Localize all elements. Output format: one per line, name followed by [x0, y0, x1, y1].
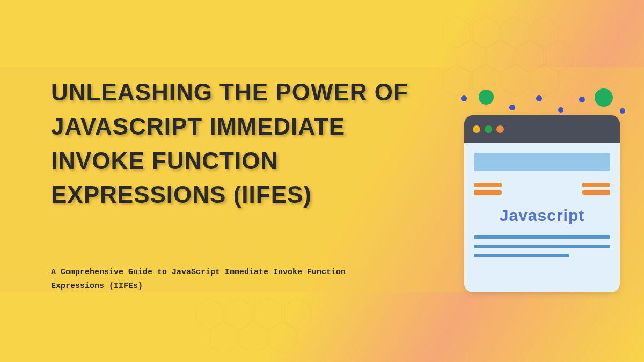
browser-header-bar: [474, 153, 610, 171]
blue-line: [474, 235, 610, 239]
blue-lines: [474, 235, 610, 257]
orange-bar: [474, 183, 502, 187]
orange-bar: [582, 183, 610, 187]
decoration-dot: [620, 108, 625, 114]
blue-line: [474, 254, 569, 257]
browser-body: Javascript: [464, 143, 620, 292]
hexagon-decoration-bottom: [193, 292, 343, 362]
javascript-label: Javascript: [474, 206, 610, 225]
decoration-dot: [595, 88, 613, 107]
decoration-dot: [509, 105, 515, 110]
orange-bars-right: [582, 183, 610, 195]
orange-bars-left: [474, 183, 502, 195]
browser-titlebar: [464, 115, 620, 143]
window-dot-orange: [496, 125, 504, 133]
decoration-dot: [461, 95, 467, 101]
orange-bar: [582, 190, 610, 195]
hexagon-decoration-top: [440, 11, 590, 118]
page-title: UNLEASHING THE POWER OF JAVASCRIPT IMMED…: [51, 75, 437, 212]
browser-illustration: Javascript: [464, 115, 620, 292]
orange-bars-row: [474, 179, 610, 197]
page-subtitle: A Comprehensive Guide to JavaScript Imme…: [51, 265, 368, 293]
decoration-dot: [579, 97, 585, 102]
orange-bar: [474, 190, 502, 195]
window-dot-green: [485, 125, 492, 133]
decoration-dot: [479, 90, 494, 105]
blue-line: [474, 245, 610, 248]
window-dot-yellow: [473, 125, 480, 133]
decoration-dot: [536, 95, 542, 101]
decoration-dot: [558, 107, 564, 113]
